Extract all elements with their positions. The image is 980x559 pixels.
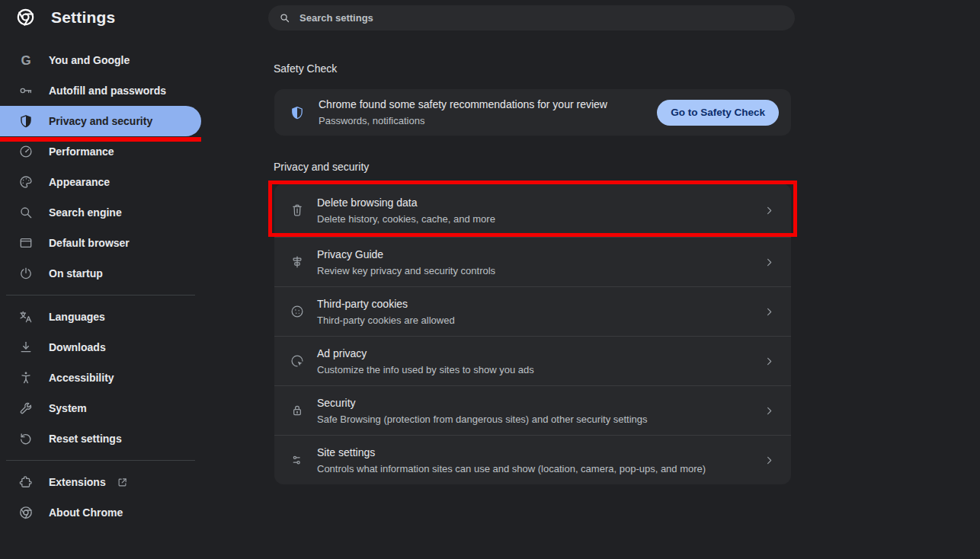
search-input[interactable] [298, 11, 792, 24]
row-delete-browsing-data[interactable]: Delete browsing data Delete history, coo… [274, 184, 791, 237]
external-link-icon [117, 477, 128, 488]
sidebar-divider [6, 460, 195, 461]
key-icon [18, 83, 34, 98]
cookie-icon [290, 304, 305, 319]
download-icon [18, 340, 34, 355]
row-title: Delete browsing data [317, 196, 495, 209]
chevron-right-icon [764, 356, 774, 366]
row-ad-privacy[interactable]: Ad privacy Customize the info used by si… [274, 336, 791, 385]
sidebar-item-on-startup[interactable]: On startup [0, 258, 201, 289]
privacy-settings-list: Delete browsing data Delete history, coo… [274, 184, 791, 484]
page-title: Settings [51, 8, 115, 27]
tune-sliders-icon [290, 452, 305, 468]
safety-check-heading: Safety Check [274, 62, 337, 75]
speedometer-icon [18, 144, 34, 159]
row-security[interactable]: Security Safe Browsing (protection from … [274, 385, 791, 435]
safety-shield-icon [290, 104, 305, 121]
chrome-logo-icon [15, 7, 36, 27]
sidebar-nav: G You and Google Autofill and passwords [0, 45, 201, 528]
shield-icon [18, 113, 34, 129]
trash-icon [290, 203, 305, 218]
puzzle-piece-icon [18, 474, 34, 490]
row-title: Security [317, 397, 648, 409]
row-subtitle: Controls what information sites can use … [317, 463, 706, 474]
power-icon [18, 266, 34, 281]
row-title: Third-party cookies [317, 298, 455, 310]
chrome-settings-window: Settings G You and Google Autofill and p… [0, 0, 980, 559]
google-g-icon: G [18, 53, 34, 68]
sidebar-divider [6, 295, 195, 295]
chevron-right-icon [764, 406, 774, 416]
row-subtitle: Third-party cookies are allowed [317, 315, 455, 326]
sidebar-item-languages[interactable]: Languages [0, 302, 201, 332]
chevron-right-icon [764, 307, 774, 317]
row-third-party-cookies[interactable]: Third-party cookies Third-party cookies … [274, 286, 791, 336]
annotation-red-underline [0, 137, 201, 142]
safety-check-subtitle: Passwords, notifications [319, 115, 607, 126]
row-title: Ad privacy [317, 347, 534, 359]
lock-icon [290, 403, 305, 418]
sidebar-item-about-chrome[interactable]: About Chrome [0, 497, 201, 528]
sidebar-item-reset-settings[interactable]: Reset settings [0, 423, 201, 454]
sidebar-item-downloads[interactable]: Downloads [0, 332, 201, 363]
chrome-logo-icon [18, 505, 34, 520]
sidebar-item-accessibility[interactable]: Accessibility [0, 363, 201, 393]
sidebar-item-system[interactable]: System [0, 393, 201, 423]
sidebar-item-default-browser[interactable]: Default browser [0, 228, 201, 258]
row-subtitle: Review key privacy and security controls [317, 265, 495, 276]
sidebar-item-extensions[interactable]: Extensions [0, 467, 201, 497]
row-title: Privacy Guide [317, 248, 495, 260]
row-title: Site settings [317, 446, 706, 458]
sidebar-item-search-engine[interactable]: Search engine [0, 197, 201, 228]
accessibility-person-icon [18, 370, 34, 385]
sidebar-item-you-and-google[interactable]: G You and Google [0, 45, 201, 75]
restore-arrow-icon [18, 431, 34, 446]
safety-check-title: Chrome found some safety recommendations… [319, 98, 607, 110]
sidebar-header: Settings [15, 7, 115, 27]
magnifier-icon [18, 205, 34, 220]
row-subtitle: Safe Browsing (protection from dangerous… [317, 414, 648, 425]
chevron-right-icon [764, 206, 774, 216]
row-privacy-guide[interactable]: Privacy Guide Review key privacy and sec… [274, 237, 791, 286]
row-site-settings[interactable]: Site settings Controls what information … [274, 435, 791, 484]
search-icon [279, 12, 290, 24]
sidebar-item-privacy-and-security[interactable]: Privacy and security [0, 106, 201, 136]
sidebar: Settings G You and Google Autofill and p… [0, 0, 201, 559]
palette-icon [18, 174, 34, 190]
translate-icon [18, 309, 34, 324]
privacy-and-security-heading: Privacy and security [274, 161, 369, 173]
sidebar-item-autofill[interactable]: Autofill and passwords [0, 75, 201, 106]
safety-check-texts: Chrome found some safety recommendations… [319, 98, 607, 126]
search-settings-field[interactable] [268, 5, 795, 30]
wrench-icon [18, 401, 34, 416]
ads-click-icon [290, 353, 305, 369]
safety-check-card: Chrome found some safety recommendations… [274, 89, 791, 136]
sidebar-item-appearance[interactable]: Appearance [0, 167, 201, 197]
browser-window-icon [18, 235, 34, 251]
go-to-safety-check-button[interactable]: Go to Safety Check [657, 100, 779, 126]
chevron-right-icon [764, 257, 774, 267]
chevron-right-icon [764, 455, 774, 465]
row-subtitle: Customize the info used by sites to show… [317, 364, 534, 375]
guide-signpost-icon [290, 254, 305, 270]
row-subtitle: Delete history, cookies, cache, and more [317, 213, 495, 225]
